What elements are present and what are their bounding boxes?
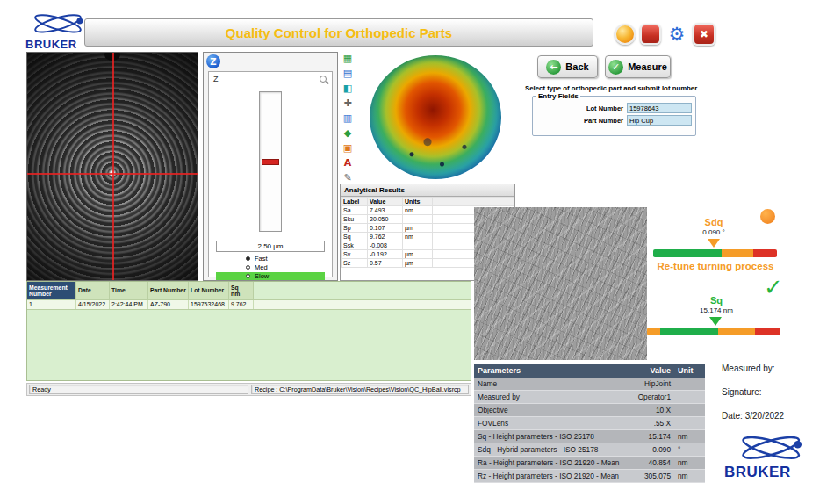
column-time: Time [110,282,148,299]
surface-height-map [370,55,501,179]
measure-check-icon: ✓ [608,60,623,75]
z-axis-label: Z [213,75,219,83]
stop-button[interactable] [640,24,661,45]
z-stage-body: Z 2.50 µm Fast Med Slow [208,71,333,277]
close-button[interactable]: ✖ [693,23,715,46]
back-button-label: Back [565,61,588,72]
z-step-value: 2.50 µm [216,241,325,252]
bruker-atom-icon [722,434,818,467]
bruker-logo-footer: BRUKER [722,434,818,481]
app-window: BRUKER Quality Control for Orthopedic Pa… [0,0,834,504]
display-toolbar: ▦ ▤ ◧ ✚ ▥ ◆ ▣ A ✎ [340,53,356,184]
analysis-col-value: Value [368,198,403,206]
sq-label: Sq [695,295,737,306]
z-axis-icon[interactable]: Z [206,54,220,68]
z-icon-letter: Z [210,57,216,67]
analysis-col-units: Units [403,198,433,206]
instruction-text: Select type of orthopedic part and submi… [525,84,701,92]
pass-check-icon: ✓ [764,274,783,300]
status-lamp-button[interactable] [615,24,636,45]
page-title: Quality Control for Orthopedic Parts [226,25,452,40]
toolbar-icon-crosshair[interactable]: ✚ [342,97,355,110]
toolbar-icon-dataset[interactable]: ▦ [342,53,355,65]
part-number-input[interactable] [627,115,692,126]
z-slider-track[interactable] [259,91,282,232]
toolbar-icon-edit[interactable]: ✎ [342,172,355,184]
gear-icon: ⚙ [669,24,686,45]
warning-dot-icon [760,209,775,224]
measurement-row[interactable]: 1 4/15/2022 2:42:44 PM AZ-790 1597532468… [27,299,471,310]
lot-number-label: Lot Number [586,104,623,112]
parameter-row: FOVLens.55 X [474,417,705,430]
date-label: Date: [722,411,743,421]
measured-by-label: Measured by: [722,364,831,373]
z-slider-handle[interactable] [262,159,279,165]
sdq-marker-icon [708,239,720,248]
retune-message: Re-tune turning process [645,261,786,271]
toolbar-icon-3d-view[interactable]: ◆ [342,127,355,140]
back-button[interactable]: ← Back [537,55,598,78]
measure-button[interactable]: ✓ Measure [605,55,671,78]
measurement-table-header: Measurement Number Date Time Part Number… [27,282,471,299]
toolbar-icon-histogram[interactable]: ▥ [342,112,355,125]
recipe-path: Recipe : C:\ProgramData\Bruker\Vision\Re… [251,385,469,394]
parameter-row: Measured byOperator1 [474,391,705,404]
surface-texture-image [474,207,647,360]
toolbar-icon-display-mode[interactable]: ▤ [342,68,355,80]
value-col-header: Value [625,364,674,378]
part-number-label: Part Number [584,117,623,125]
speed-label: Med [255,263,268,271]
toolbar-icon-annotation[interactable]: A [342,157,355,169]
unit-col-header: Unit [674,364,705,378]
sq-marker-icon [709,317,722,326]
sdq-scale-bar [653,249,777,257]
brand-name: BRUKER [25,38,77,51]
back-arrow-icon: ← [546,60,561,75]
signature-label: Signature: [722,387,831,397]
speed-option-med[interactable]: Med [216,263,325,271]
parameter-row: Objective10 X [474,404,705,417]
lot-number-row: Lot Number [536,103,692,113]
z-stage-panel: Z Z 2.50 µm Fast Med Slow [203,52,338,281]
part-number-row: Part Number [536,115,692,126]
measure-button-label: Measure [628,61,667,72]
surface-map-panel [356,52,515,184]
speed-label: Fast [255,255,268,263]
parameter-row: Sq - Height parameters - ISO 2517815.174… [474,430,705,443]
sdq-value: 0.090 ° [687,228,740,236]
toolbar-icon-mask[interactable]: ◧ [342,83,355,95]
brand-name: BRUKER [724,464,791,481]
radio-dot-icon [246,256,250,261]
date-line: Date: 3/20/2022 [722,411,831,421]
sq-scale-bar [647,328,780,335]
parameter-row: NameHipJoint [474,378,705,391]
entry-fields-legend: Entry Fields [536,92,580,100]
crosshair-vertical-icon [112,53,114,280]
speed-option-fast[interactable]: Fast [216,255,325,263]
parameter-row: Rz - Height parameters - ISO 21920 - Mea… [474,470,705,483]
speed-option-slow[interactable]: Slow [216,272,325,280]
parameters-col-header: Parameters [474,364,625,378]
parameters-table: Parameters Value Unit NameHipJoint Measu… [474,364,705,483]
measurement-history-table: Measurement Number Date Time Part Number… [26,281,471,381]
column-sq: Sq nm [229,282,254,299]
bruker-atom-icon [23,12,91,40]
speed-label: Slow [255,272,269,280]
sdq-label: Sdq [692,217,736,227]
radio-dot-icon [246,265,250,270]
column-date: Date [76,282,110,299]
signature-block: Measured by: Signature: Date: 3/20/2022 [722,364,831,435]
column-lot-number: Lot Number [189,282,229,299]
status-text: Ready [29,385,248,394]
magnifier-icon[interactable] [320,76,327,83]
analytical-results-title: Analytical Results [341,184,514,197]
title-bar: Quality Control for Orthopedic Parts [84,18,593,47]
settings-button[interactable]: ⚙ [665,23,688,46]
lot-number-input[interactable] [627,103,692,113]
column-measurement-number: Measurement Number [27,282,76,299]
analysis-col-label: Label [342,198,368,206]
radio-dot-icon [246,274,250,278]
parameter-row: Sdq - Hybrid parameters - ISO 251780.090… [474,443,705,457]
bruker-logo: BRUKER [23,12,91,51]
toolbar-icon-region[interactable]: ▣ [342,142,355,155]
